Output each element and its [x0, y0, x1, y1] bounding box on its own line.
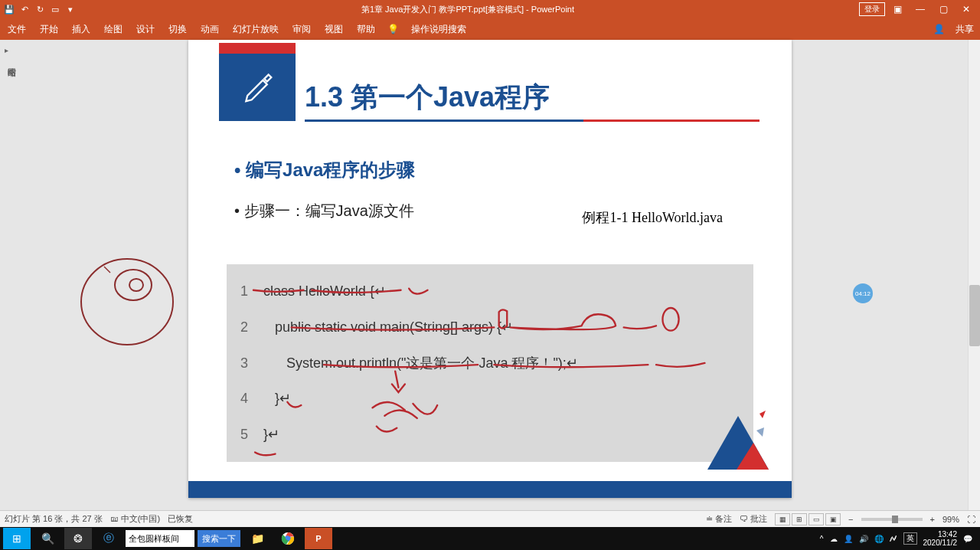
save-icon[interactable]: 💾 [3, 3, 15, 15]
undo-icon[interactable]: ↶ [18, 3, 31, 15]
tab-insert[interactable]: 插入 [70, 20, 92, 39]
slide: 1.3 第一个Java程序 编写Java程序的步骤 步骤一：编写Java源文件 … [188, 40, 792, 498]
line-number: 4 [240, 381, 263, 417]
volume-icon[interactable]: 🔊 [859, 535, 868, 543]
ie-icon[interactable]: ⓔ [95, 528, 122, 549]
tab-animations[interactable]: 动画 [199, 20, 220, 39]
start-slideshow-icon[interactable]: ▭ [49, 3, 61, 15]
workspace: ▸ 缩略图 1.3 第一个Java程序 编写Java程序的步骤 步骤一：编写Ja… [0, 40, 980, 510]
title-underline [305, 119, 760, 122]
window-title: 第1章 Java开发入门 教学PPT.ppt[兼容模式] - PowerPoin… [77, 4, 859, 15]
redo-icon[interactable]: ↻ [34, 3, 46, 15]
tab-slideshow[interactable]: 幻灯片放映 [231, 20, 280, 39]
ribbon-display-icon[interactable]: ▣ [887, 2, 908, 17]
code-text: System.out.println("这是第一个 Java 程序！");↵ [263, 345, 578, 381]
chrome-icon[interactable] [274, 528, 302, 549]
tab-home[interactable]: 开始 [38, 20, 60, 39]
notifications-icon[interactable]: 💬 [963, 535, 972, 543]
recovered-status: 已恢复 [168, 513, 193, 525]
pencil-icon [240, 69, 274, 106]
network-icon[interactable]: 🌐 [874, 535, 884, 543]
code-text: class HelloWorld {↵ [263, 273, 386, 309]
slide-canvas[interactable]: 1.3 第一个Java程序 编写Java程序的步骤 步骤一：编写Java源文件 … [0, 40, 980, 510]
system-tray: ^ ☁ 👤 🔊 🌐 🗲 英 13:42 2020/11/2 💬 [820, 530, 977, 547]
share-icon: 👤 [933, 24, 945, 34]
start-button[interactable]: ⊞ [3, 528, 31, 549]
bullet-heading: 编写Java程序的步骤 [234, 158, 792, 182]
tellme-icon: 💡 [387, 24, 399, 34]
zoom-slider[interactable] [861, 518, 923, 521]
line-number: 2 [240, 309, 263, 345]
code-text: public static void main(String[] args) {… [263, 309, 513, 345]
comments-button[interactable]: 🗨 批注 [740, 513, 767, 525]
svg-marker-6 [760, 411, 766, 418]
tellme-search[interactable]: 操作说明搜索 [410, 20, 468, 39]
code-text: }↵ [263, 417, 279, 453]
slide-footer-bar [188, 481, 792, 498]
reading-view-icon[interactable]: ▭ [808, 513, 824, 525]
titlebar: 💾 ↶ ↻ ▭ ▾ 第1章 Java开发入门 教学PPT.ppt[兼容模式] -… [0, 0, 980, 18]
sorter-view-icon[interactable]: ⊞ [792, 513, 807, 525]
tab-view[interactable]: 视图 [323, 20, 345, 39]
zoom-level[interactable]: 99% [942, 515, 959, 524]
tab-design[interactable]: 设计 [135, 20, 156, 39]
decorative-triangles [677, 404, 769, 476]
tab-transitions[interactable]: 切换 [167, 20, 188, 39]
onedrive-icon[interactable]: ☁ [830, 535, 838, 543]
clock[interactable]: 13:42 2020/11/2 [923, 530, 958, 547]
line-number: 3 [240, 345, 263, 381]
tray-overflow-icon[interactable]: ^ [820, 535, 824, 543]
example-label: 例程1-1 HelloWorld.java [582, 208, 723, 227]
close-button[interactable]: ✕ [956, 2, 977, 17]
code-text: }↵ [263, 381, 291, 417]
battery-icon[interactable]: 🗲 [890, 535, 897, 543]
qat-dropdown-icon[interactable]: ▾ [64, 3, 77, 15]
title-icon-box [219, 54, 296, 121]
file-explorer-icon[interactable]: 📁 [243, 528, 271, 549]
line-number: 1 [240, 273, 263, 309]
app-360-icon[interactable]: ❂ [64, 528, 92, 549]
statusbar: 幻灯片 第 16 张，共 27 张 🖭 中文(中国) 已恢复 ≐ 备注 🗨 批注… [0, 510, 980, 527]
slide-counter[interactable]: 幻灯片 第 16 张，共 27 张 [5, 513, 103, 525]
tab-review[interactable]: 审阅 [291, 20, 312, 39]
browser-search-button[interactable]: 搜索一下 [198, 530, 240, 547]
people-icon[interactable]: 👤 [844, 535, 853, 543]
svg-marker-7 [756, 427, 764, 437]
ime-indicator[interactable]: 英 [903, 532, 917, 545]
zoom-in-icon[interactable]: + [930, 515, 935, 524]
tab-draw[interactable]: 绘图 [103, 20, 124, 39]
notes-button[interactable]: ≐ 备注 [706, 513, 732, 525]
language-status[interactable]: 🖭 中文(中国) [110, 513, 160, 525]
browser-address[interactable]: 全包圆样板间 [126, 530, 194, 547]
slide-title: 1.3 第一个Java程序 [305, 79, 550, 121]
slideshow-view-icon[interactable]: ▣ [825, 513, 841, 525]
tab-file[interactable]: 文件 [6, 20, 28, 39]
share-button[interactable]: 共享 [956, 23, 974, 36]
zoom-out-icon[interactable]: − [848, 515, 853, 524]
minimize-button[interactable]: — [910, 2, 931, 17]
scrollbar-thumb[interactable] [969, 285, 980, 346]
recording-timer[interactable]: 04:12 [853, 283, 873, 303]
line-number: 5 [240, 417, 263, 453]
normal-view-icon[interactable]: ▦ [775, 513, 790, 525]
search-icon[interactable]: 🔍 [34, 528, 61, 549]
taskbar: ⊞ 🔍 ❂ ⓔ 全包圆样板间 搜索一下 📁 P ^ ☁ 👤 🔊 🌐 🗲 英 13… [0, 527, 980, 550]
vertical-scrollbar[interactable] [968, 40, 980, 510]
fit-window-icon[interactable]: ⛶ [967, 515, 975, 524]
maximize-button[interactable]: ▢ [933, 2, 954, 17]
ribbon-tabs: 文件 开始 插入 绘图 设计 切换 动画 幻灯片放映 审阅 视图 帮助 💡 操作… [0, 18, 980, 40]
code-block: 1class HelloWorld {↵ 2 public static voi… [227, 264, 753, 462]
login-button[interactable]: 登录 [859, 2, 885, 16]
tab-help[interactable]: 帮助 [355, 20, 377, 39]
powerpoint-icon[interactable]: P [305, 528, 332, 549]
